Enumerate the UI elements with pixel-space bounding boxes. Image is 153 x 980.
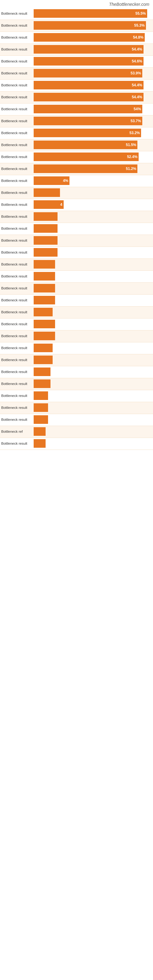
bar-label: Bottleneck result — [0, 334, 33, 338]
bar-container: 53.7% — [33, 117, 153, 125]
bar-label: Bottleneck result — [0, 155, 33, 159]
bar-value: 53.7% — [131, 119, 141, 123]
bar-fill: 54.8% — [33, 33, 145, 41]
bar-fill: 55.5% — [33, 9, 147, 18]
bar-row: Bottleneck result — [0, 271, 153, 283]
bar-fill — [33, 332, 55, 340]
bar-container — [33, 320, 153, 328]
bar-fill — [33, 439, 46, 448]
bar-label: Bottleneck result — [0, 250, 33, 254]
bar-value: 53.2% — [129, 131, 140, 135]
bar-fill — [33, 296, 55, 304]
bar-container: 55.5% — [33, 9, 153, 18]
bar-fill — [33, 284, 55, 293]
bar-row: Bottleneck result — [0, 390, 153, 402]
bar-row: Bottleneck result54.8% — [0, 32, 153, 44]
bar-row: Bottleneck result51.5% — [0, 139, 153, 151]
bar-fill — [33, 236, 57, 245]
bar-label: Bottleneck result — [0, 107, 33, 111]
bar-row: Bottleneck result54.6% — [0, 56, 153, 68]
bar-fill: 53.2% — [33, 129, 141, 137]
bar-fill — [33, 368, 51, 376]
bar-container — [33, 368, 153, 376]
bar-row: Bottleneck result54.4% — [0, 92, 153, 103]
bar-fill — [33, 188, 60, 197]
bar-row: Bottleneck result51.2% — [0, 163, 153, 175]
bar-container — [33, 188, 153, 197]
bar-fill — [33, 272, 55, 280]
bar-row: Bottleneck result — [0, 283, 153, 294]
bar-container — [33, 415, 153, 424]
bar-fill — [33, 344, 53, 352]
bar-container: 53.9% — [33, 69, 153, 78]
bar-fill — [33, 403, 48, 412]
bar-label: Bottleneck result — [0, 406, 33, 409]
bar-value: 4 — [60, 202, 62, 207]
bar-fill — [33, 224, 57, 233]
bar-label: Bottleneck result — [0, 191, 33, 194]
bar-fill — [33, 427, 46, 436]
bar-row: Bottleneck result54.4% — [0, 80, 153, 92]
bar-fill: 54% — [33, 105, 142, 113]
bar-label: Bottleneck result — [0, 119, 33, 123]
bar-row: Bottleneck result53.7% — [0, 115, 153, 127]
bar-container: 52.4% — [33, 153, 153, 161]
bar-row: Bottleneck result — [0, 331, 153, 342]
bar-label: Bottleneck result — [0, 262, 33, 266]
bar-container — [33, 403, 153, 412]
bar-label: Bottleneck result — [0, 95, 33, 99]
bar-label: Bottleneck result — [0, 167, 33, 170]
bar-row: Bottleneck result — [0, 402, 153, 414]
bar-label: Bottleneck result — [0, 203, 33, 207]
bar-row: Bottleneck result — [0, 259, 153, 271]
bar-fill: 51.2% — [33, 164, 137, 173]
bar-container — [33, 296, 153, 304]
bar-fill — [33, 320, 55, 328]
bar-label: Bottleneck result — [0, 131, 33, 135]
bar-row: Bottleneck result — [0, 294, 153, 307]
bar-label: Bottleneck result — [0, 72, 33, 75]
bar-value: 4% — [63, 178, 68, 183]
bar-label: Bottleneck result — [0, 370, 33, 374]
bar-label: Bottleneck result — [0, 418, 33, 422]
bar-row: Bottleneck result54.4% — [0, 44, 153, 56]
bar-fill: 54.4% — [33, 81, 143, 89]
bar-fill — [33, 391, 48, 400]
bar-label: Bottleneck result — [0, 382, 33, 385]
bar-fill — [33, 260, 55, 269]
bar-value: 55.3% — [134, 23, 145, 27]
bar-container — [33, 224, 153, 233]
bar-fill: 54.6% — [33, 57, 143, 65]
bar-value: 52.4% — [127, 155, 137, 159]
bar-container: 54.8% — [33, 33, 153, 41]
bar-container: 51.2% — [33, 164, 153, 173]
bar-label: Bottleneck result — [0, 48, 33, 51]
bar-label: Bottleneck ref — [0, 430, 33, 433]
bar-label: Bottleneck result — [0, 179, 33, 183]
bar-container: 53.2% — [33, 129, 153, 137]
bar-row: Bottleneck result4 — [0, 199, 153, 211]
bar-label: Bottleneck result — [0, 239, 33, 242]
bar-container — [33, 439, 153, 448]
bar-row: Bottleneck result53.2% — [0, 127, 153, 139]
bar-container — [33, 248, 153, 257]
bar-row: Bottleneck ref — [0, 426, 153, 438]
bar-value: 54.4% — [132, 47, 142, 51]
bar-container — [33, 332, 153, 340]
bar-row: Bottleneck result — [0, 414, 153, 426]
bar-row: Bottleneck result — [0, 438, 153, 450]
bar-container: 51.5% — [33, 140, 153, 149]
bar-fill: 52.4% — [33, 153, 139, 161]
bar-value: 54.4% — [132, 83, 142, 87]
bar-value: 53.9% — [131, 71, 141, 75]
bar-container — [33, 212, 153, 221]
bar-value: 54% — [134, 107, 141, 111]
bar-container — [33, 427, 153, 436]
bar-row: Bottleneck result — [0, 223, 153, 235]
bar-value: 54.8% — [133, 35, 143, 40]
bar-container: 54.4% — [33, 93, 153, 101]
bar-label: Bottleneck result — [0, 12, 33, 15]
bar-container — [33, 391, 153, 400]
bar-fill — [33, 248, 57, 257]
bar-value: 55.5% — [135, 11, 146, 16]
